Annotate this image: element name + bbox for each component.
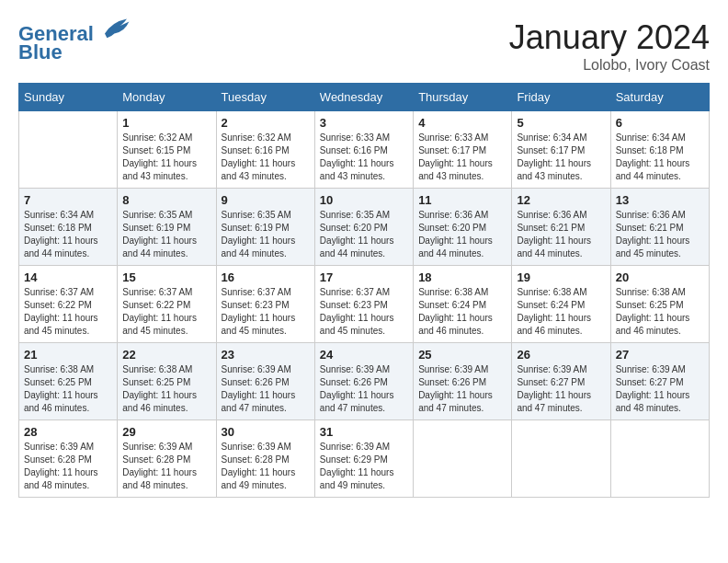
day-info: Sunrise: 6:34 AM Sunset: 6:17 PM Dayligh… bbox=[517, 132, 605, 183]
day-number: 10 bbox=[320, 193, 408, 207]
day-number: 28 bbox=[24, 425, 112, 439]
day-number: 9 bbox=[222, 193, 310, 207]
day-number: 12 bbox=[517, 193, 605, 207]
day-info: Sunrise: 6:36 AM Sunset: 6:20 PM Dayligh… bbox=[418, 209, 506, 260]
calendar-cell: 10Sunrise: 6:35 AM Sunset: 6:20 PM Dayli… bbox=[314, 189, 413, 266]
day-info: Sunrise: 6:39 AM Sunset: 6:26 PM Dayligh… bbox=[320, 363, 408, 415]
calendar-cell: 14Sunrise: 6:37 AM Sunset: 6:22 PM Dayli… bbox=[19, 266, 118, 343]
day-info: Sunrise: 6:34 AM Sunset: 6:18 PM Dayligh… bbox=[616, 132, 704, 183]
day-number: 19 bbox=[517, 270, 605, 284]
day-info: Sunrise: 6:38 AM Sunset: 6:24 PM Dayligh… bbox=[418, 286, 506, 338]
day-info: Sunrise: 6:32 AM Sunset: 6:16 PM Dayligh… bbox=[222, 132, 310, 183]
day-number: 21 bbox=[24, 348, 112, 362]
day-number: 7 bbox=[24, 193, 112, 207]
col-header-monday: Monday bbox=[118, 84, 216, 111]
calendar-cell: 23Sunrise: 6:39 AM Sunset: 6:26 PM Dayli… bbox=[216, 343, 314, 420]
calendar-cell: 20Sunrise: 6:38 AM Sunset: 6:25 PM Dayli… bbox=[610, 266, 709, 343]
calendar-cell bbox=[610, 420, 709, 498]
col-header-thursday: Thursday bbox=[414, 84, 512, 111]
calendar-cell: 3Sunrise: 6:33 AM Sunset: 6:16 PM Daylig… bbox=[314, 111, 413, 189]
day-info: Sunrise: 6:38 AM Sunset: 6:25 PM Dayligh… bbox=[616, 286, 704, 338]
day-number: 11 bbox=[418, 193, 506, 207]
location-subtitle: Lolobo, Ivory Coast bbox=[509, 57, 710, 74]
day-info: Sunrise: 6:39 AM Sunset: 6:26 PM Dayligh… bbox=[418, 363, 506, 415]
day-number: 17 bbox=[320, 270, 408, 284]
day-number: 4 bbox=[418, 116, 506, 130]
day-info: Sunrise: 6:38 AM Sunset: 6:25 PM Dayligh… bbox=[24, 363, 112, 415]
day-info: Sunrise: 6:36 AM Sunset: 6:21 PM Dayligh… bbox=[616, 209, 704, 260]
day-info: Sunrise: 6:33 AM Sunset: 6:16 PM Dayligh… bbox=[320, 132, 408, 183]
calendar-cell bbox=[414, 420, 512, 498]
calendar-cell: 29Sunrise: 6:39 AM Sunset: 6:28 PM Dayli… bbox=[118, 420, 216, 498]
day-info: Sunrise: 6:35 AM Sunset: 6:19 PM Dayligh… bbox=[122, 209, 210, 260]
calendar-cell: 12Sunrise: 6:36 AM Sunset: 6:21 PM Dayli… bbox=[512, 189, 610, 266]
day-info: Sunrise: 6:36 AM Sunset: 6:21 PM Dayligh… bbox=[517, 209, 605, 260]
calendar-table: SundayMondayTuesdayWednesdayThursdayFrid… bbox=[18, 83, 710, 498]
day-number: 1 bbox=[122, 116, 210, 130]
day-number: 8 bbox=[122, 193, 210, 207]
calendar-cell: 25Sunrise: 6:39 AM Sunset: 6:26 PM Dayli… bbox=[414, 343, 512, 420]
day-number: 14 bbox=[24, 270, 112, 284]
calendar-cell: 4Sunrise: 6:33 AM Sunset: 6:17 PM Daylig… bbox=[414, 111, 512, 189]
calendar-cell bbox=[512, 420, 610, 498]
calendar-cell: 7Sunrise: 6:34 AM Sunset: 6:18 PM Daylig… bbox=[19, 189, 118, 266]
day-number: 16 bbox=[222, 270, 310, 284]
col-header-friday: Friday bbox=[512, 84, 610, 111]
calendar-cell: 22Sunrise: 6:38 AM Sunset: 6:25 PM Dayli… bbox=[118, 343, 216, 420]
calendar-cell: 13Sunrise: 6:36 AM Sunset: 6:21 PM Dayli… bbox=[610, 189, 709, 266]
day-info: Sunrise: 6:38 AM Sunset: 6:24 PM Dayligh… bbox=[517, 286, 605, 338]
day-info: Sunrise: 6:37 AM Sunset: 6:23 PM Dayligh… bbox=[222, 286, 310, 338]
day-number: 29 bbox=[122, 425, 210, 439]
col-header-tuesday: Tuesday bbox=[216, 84, 314, 111]
calendar-cell: 18Sunrise: 6:38 AM Sunset: 6:24 PM Dayli… bbox=[414, 266, 512, 343]
day-number: 26 bbox=[517, 348, 605, 362]
day-info: Sunrise: 6:35 AM Sunset: 6:19 PM Dayligh… bbox=[222, 209, 310, 260]
day-info: Sunrise: 6:34 AM Sunset: 6:18 PM Dayligh… bbox=[24, 209, 112, 260]
day-number: 27 bbox=[616, 348, 704, 362]
day-info: Sunrise: 6:37 AM Sunset: 6:22 PM Dayligh… bbox=[122, 286, 210, 338]
calendar-cell: 1Sunrise: 6:32 AM Sunset: 6:15 PM Daylig… bbox=[118, 111, 216, 189]
day-number: 31 bbox=[320, 425, 408, 439]
day-info: Sunrise: 6:39 AM Sunset: 6:28 PM Dayligh… bbox=[24, 441, 112, 492]
day-info: Sunrise: 6:39 AM Sunset: 6:29 PM Dayligh… bbox=[320, 441, 408, 492]
calendar-cell: 2Sunrise: 6:32 AM Sunset: 6:16 PM Daylig… bbox=[216, 111, 314, 189]
day-number: 20 bbox=[616, 270, 704, 284]
calendar-cell: 5Sunrise: 6:34 AM Sunset: 6:17 PM Daylig… bbox=[512, 111, 610, 189]
calendar-cell: 21Sunrise: 6:38 AM Sunset: 6:25 PM Dayli… bbox=[19, 343, 118, 420]
logo: General Blue bbox=[18, 18, 131, 63]
day-number: 24 bbox=[320, 348, 408, 362]
day-info: Sunrise: 6:37 AM Sunset: 6:23 PM Dayligh… bbox=[320, 286, 408, 338]
day-number: 5 bbox=[517, 116, 605, 130]
day-number: 30 bbox=[222, 425, 310, 439]
col-header-sunday: Sunday bbox=[19, 84, 118, 111]
col-header-wednesday: Wednesday bbox=[314, 84, 413, 111]
day-info: Sunrise: 6:32 AM Sunset: 6:15 PM Dayligh… bbox=[122, 132, 210, 183]
day-number: 23 bbox=[222, 348, 310, 362]
calendar-cell: 26Sunrise: 6:39 AM Sunset: 6:27 PM Dayli… bbox=[512, 343, 610, 420]
day-info: Sunrise: 6:39 AM Sunset: 6:26 PM Dayligh… bbox=[222, 363, 310, 415]
day-number: 18 bbox=[418, 270, 506, 284]
day-info: Sunrise: 6:39 AM Sunset: 6:27 PM Dayligh… bbox=[616, 363, 704, 415]
calendar-cell: 24Sunrise: 6:39 AM Sunset: 6:26 PM Dayli… bbox=[314, 343, 413, 420]
day-number: 22 bbox=[122, 348, 210, 362]
page-header: General Blue January 2024 Lolobo, Ivory … bbox=[18, 18, 710, 74]
calendar-cell: 19Sunrise: 6:38 AM Sunset: 6:24 PM Dayli… bbox=[512, 266, 610, 343]
calendar-cell: 30Sunrise: 6:39 AM Sunset: 6:28 PM Dayli… bbox=[216, 420, 314, 498]
calendar-cell: 28Sunrise: 6:39 AM Sunset: 6:28 PM Dayli… bbox=[19, 420, 118, 498]
calendar-cell: 8Sunrise: 6:35 AM Sunset: 6:19 PM Daylig… bbox=[118, 189, 216, 266]
col-header-saturday: Saturday bbox=[610, 84, 709, 111]
day-info: Sunrise: 6:39 AM Sunset: 6:28 PM Dayligh… bbox=[122, 441, 210, 492]
day-number: 3 bbox=[320, 116, 408, 130]
calendar-cell bbox=[19, 111, 118, 189]
day-info: Sunrise: 6:37 AM Sunset: 6:22 PM Dayligh… bbox=[24, 286, 112, 338]
day-number: 2 bbox=[222, 116, 310, 130]
day-number: 13 bbox=[616, 193, 704, 207]
day-info: Sunrise: 6:39 AM Sunset: 6:27 PM Dayligh… bbox=[517, 363, 605, 415]
calendar-cell: 27Sunrise: 6:39 AM Sunset: 6:27 PM Dayli… bbox=[610, 343, 709, 420]
day-info: Sunrise: 6:33 AM Sunset: 6:17 PM Dayligh… bbox=[418, 132, 506, 183]
calendar-cell: 15Sunrise: 6:37 AM Sunset: 6:22 PM Dayli… bbox=[118, 266, 216, 343]
day-number: 15 bbox=[122, 270, 210, 284]
title-block: January 2024 Lolobo, Ivory Coast bbox=[509, 18, 710, 74]
calendar-cell: 16Sunrise: 6:37 AM Sunset: 6:23 PM Dayli… bbox=[216, 266, 314, 343]
day-number: 25 bbox=[418, 348, 506, 362]
